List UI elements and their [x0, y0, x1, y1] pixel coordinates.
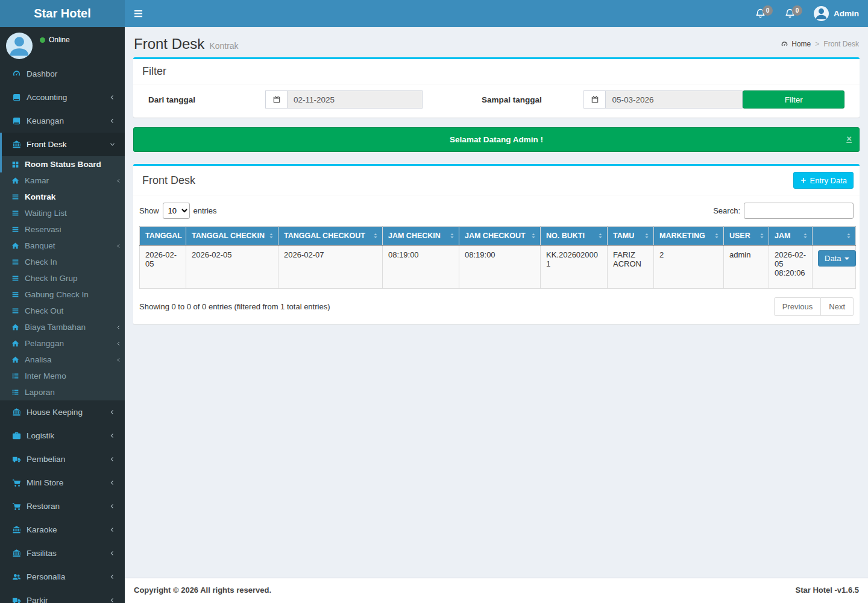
previous-page-button[interactable]: Previous [774, 297, 822, 316]
cell-tanggal: 2026-02-05 [140, 245, 186, 289]
column-header-tanggal[interactable]: TANGGAL [140, 227, 186, 245]
table-info: Showing 0 to 0 of 0 entries (filtered fr… [139, 302, 330, 311]
breadcrumb-home-link[interactable]: Home [781, 40, 811, 48]
notifications-bell-1[interactable]: 0 [746, 0, 775, 27]
sidebar-item-label: Check In Grup [25, 273, 122, 283]
sidebar-item-house-keeping[interactable]: House Keeping [0, 400, 125, 424]
sidebar-item-label: Check In [25, 257, 122, 267]
column-header-tamu[interactable]: TAMU [608, 227, 654, 245]
home-icon [10, 177, 20, 185]
sidebar-item-personalia[interactable]: Personalia [0, 565, 125, 589]
chevron-left-icon [116, 243, 122, 249]
sidebar-item-check-out[interactable]: Check Out [0, 303, 125, 319]
column-header-tanggal-checkin[interactable]: TANGGAL CHECKIN [186, 227, 278, 245]
filter-box-title: Filter [142, 65, 166, 78]
filter-button[interactable]: Filter [743, 90, 844, 109]
sidebar-item-check-in-grup[interactable]: Check In Grup [0, 270, 125, 286]
search-input[interactable] [744, 203, 854, 219]
chevron-left-icon [116, 324, 122, 330]
filter-box-header: Filter [133, 59, 860, 84]
bars-icon [10, 307, 20, 315]
sidebar-item-label: Kontrak [25, 192, 122, 202]
sidebar-item-front-desk[interactable]: Front Desk [0, 133, 125, 156]
navbar-right: 0 0 Admin [746, 0, 868, 27]
bars-icon [10, 258, 20, 266]
sidebar-item-room-status-board[interactable]: Room Status Board [0, 156, 125, 172]
front-desk-box: Front Desk Entry Data Show 10 entries Se… [133, 164, 860, 324]
to-date-label: Sampai tanggal [482, 95, 583, 104]
sidebar-item-waiting-list[interactable]: Waiting List [0, 205, 125, 221]
column-header-marketing[interactable]: MARKETING [654, 227, 724, 245]
cart-icon [11, 478, 22, 487]
sidebar-item-keuangan[interactable]: Keuangan [0, 109, 125, 133]
sidebar-item-kamar[interactable]: Kamar [0, 172, 125, 189]
column-header-no-bukti[interactable]: NO. BUKTI [541, 227, 608, 245]
filter-form: Dari tanggal Sampai tanggal Filter [133, 84, 860, 118]
chevron-left-icon [109, 432, 116, 439]
sidebar-item-pelanggan[interactable]: Pelanggan [0, 335, 125, 352]
sidebar-item-label: Front Desk [27, 139, 109, 150]
sidebar-item-gabung-check-in[interactable]: Gabung Check In [0, 286, 125, 303]
sidebar-item-analisa[interactable]: Analisa [0, 352, 125, 368]
sidebar-item-logistik[interactable]: Logistik [0, 424, 125, 447]
sidebar-item-fasilitas[interactable]: Fasilitas [0, 541, 125, 565]
sidebar-item-biaya-tambahan[interactable]: Biaya Tambahan [0, 319, 125, 335]
sort-icon [448, 232, 456, 239]
sidebar-item-parkir[interactable]: Parkir [0, 589, 125, 603]
user-avatar [814, 6, 829, 21]
column-header-jam[interactable]: JAM [769, 227, 813, 245]
page-size-select[interactable]: 10 [163, 203, 190, 219]
column-header-user[interactable]: USER [724, 227, 769, 245]
front-desk-table: TANGGAL TANGGAL CHECKIN TANGGAL CHECKOUT… [139, 226, 856, 289]
cell-jam: 2026-02-05 08:20:06 [769, 245, 813, 289]
entries-label: entries [193, 206, 217, 215]
sidebar-item-label: Parkir [27, 595, 109, 603]
column-header-jam-checkout[interactable]: JAM CHECKOUT [459, 227, 541, 245]
sidebar-item-laporan[interactable]: Laporan [0, 384, 125, 400]
table-row: 2026-02-05 2026-02-05 2026-02-07 08:19:0… [140, 245, 856, 289]
sidebar-item-label: Pembelian [27, 454, 109, 464]
sidebar-item-label: Gabung Check In [25, 289, 122, 300]
sidebar-item-label: Inter Memo [25, 371, 122, 381]
truck-icon [11, 455, 22, 464]
sidebar-item-pembelian[interactable]: Pembelian [0, 447, 125, 471]
sidebar-item-reservasi[interactable]: Reservasi [0, 221, 125, 238]
alert-close-button[interactable]: × [846, 133, 852, 144]
entry-data-button[interactable]: Entry Data [793, 172, 854, 189]
sidebar-item-karaoke[interactable]: Karaoke [0, 518, 125, 541]
sidebar-item-mini-store[interactable]: Mini Store [0, 471, 125, 494]
sidebar-item-inter-memo[interactable]: Inter Memo [0, 368, 125, 384]
front-desk-submenu: Room Status Board Kamar Kontrak Waiting … [0, 156, 125, 400]
column-header-tanggal-checkout[interactable]: TANGGAL CHECKOUT [278, 227, 383, 245]
sidebar-item-label: Waiting List [25, 208, 122, 218]
notifications-bell-2[interactable]: 0 [775, 0, 805, 27]
grid-icon [10, 160, 20, 168]
sidebar-item-label: Room Status Board [25, 159, 122, 169]
sidebar-item-label: Kamar [25, 175, 116, 186]
row-data-dropdown-button[interactable]: Data [818, 250, 856, 267]
column-header-jam-checkin[interactable]: JAM CHECKIN [383, 227, 459, 245]
to-date-group [583, 90, 743, 109]
chevron-left-icon [109, 573, 116, 580]
sidebar-item-dashbor[interactable]: Dashbor [0, 62, 125, 86]
next-page-button[interactable]: Next [821, 297, 854, 316]
user-menu[interactable]: Admin [805, 0, 868, 27]
chevron-left-icon [109, 94, 116, 101]
chevron-left-icon [109, 526, 116, 533]
chevron-left-icon [109, 479, 116, 486]
cell-user: admin [724, 245, 769, 289]
column-header-actions[interactable] [813, 227, 856, 245]
sidebar-item-restoran[interactable]: Restoran [0, 494, 125, 518]
sort-icon [643, 232, 650, 239]
brand-logo[interactable]: Star Hotel [0, 0, 125, 27]
sidebar-item-accounting[interactable]: Accounting [0, 86, 125, 109]
sidebar-item-kontrak[interactable]: Kontrak [0, 189, 125, 205]
sidebar-item-banquet[interactable]: Banquet [0, 238, 125, 254]
from-date-input[interactable] [287, 90, 423, 109]
users-icon [11, 572, 22, 581]
top-navbar: Star Hotel 0 0 Admin [0, 0, 868, 27]
to-date-input[interactable] [605, 90, 743, 109]
home-icon [10, 356, 20, 364]
sidebar-item-check-in[interactable]: Check In [0, 254, 125, 270]
sidebar-toggle-button[interactable] [125, 0, 152, 27]
